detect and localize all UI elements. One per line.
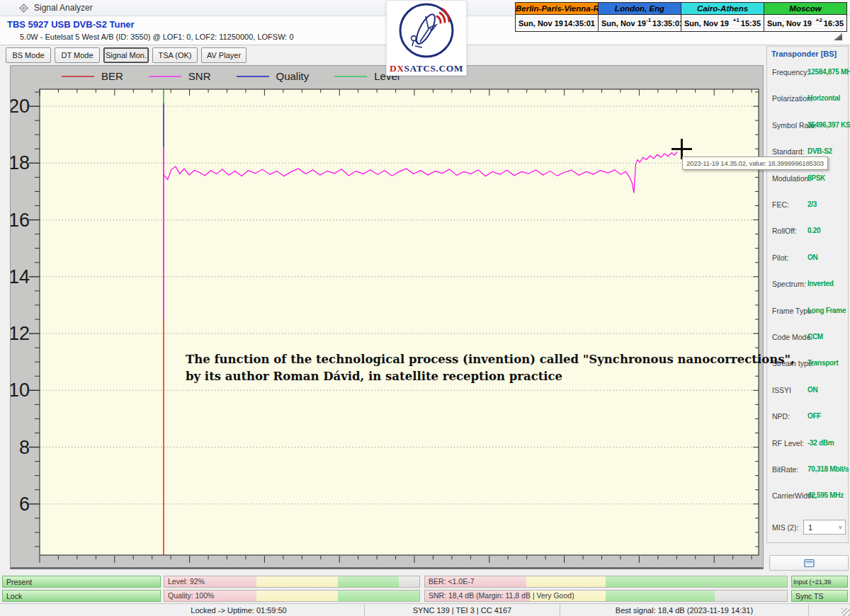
transponder-row-modulation: Modulation:8PSK <box>767 174 848 184</box>
present-indicator: Present <box>2 576 161 588</box>
panel-action-button[interactable] <box>769 555 849 571</box>
transponder-row-carrierwidth: CarrierWidth:42,595 MHz <box>767 491 848 501</box>
tray-antenna-icon <box>833 31 843 44</box>
bar-label: SNR: 18,4 dB (Margin: 11,8 dB | Very Goo… <box>429 591 574 601</box>
clock-datetime: Sun, Nov 1914:35:01 <box>516 15 598 31</box>
transponder-row-fec: FEC:2/3 <box>767 200 848 210</box>
resize-grip[interactable] <box>840 604 850 616</box>
clock-date: Sun, Nov 19 <box>684 19 729 28</box>
transponder-row-symbol-rate: Symbol Rate:35496,397 KS/s <box>767 121 848 131</box>
bar-segment-gray <box>715 591 787 601</box>
transponder-row-pilot: Pilot:ON <box>767 253 848 263</box>
clock-time: 13:35:01 <box>652 19 684 28</box>
clock-utc-offset: -1 <box>646 17 651 23</box>
clock-city-header: London, Eng <box>599 3 681 15</box>
bar-segment-yellow <box>526 576 606 587</box>
svg-text:10: 10 <box>11 380 30 401</box>
bar-segment-yellow <box>256 591 338 601</box>
legend-item-quality: Quality <box>237 70 310 82</box>
tab-bar: BS ModeDT ModeSignal Mon.TSA (OK)AV Play… <box>6 47 246 63</box>
bar-label: Quality: 100% <box>168 591 214 601</box>
mis-select[interactable]: 1 ˅ <box>803 520 846 535</box>
row-label: Code Mode: <box>772 333 812 341</box>
clock-datetime: Sun, Nov 19-113:35:01 <box>599 15 681 31</box>
transponder-row-npd: NPD:OFF <box>767 412 848 422</box>
row-value: 0.20 <box>808 227 820 234</box>
clock-city-header: Berlin-Paris-Vienna-Roma <box>516 3 598 15</box>
chevron-down-icon: ˅ <box>839 524 842 531</box>
mis-label: MIS (2): <box>772 523 798 532</box>
signal-analyzer-window: Signal Analyzer TBS 5927 USB DVB-S2 Tune… <box>0 0 850 616</box>
row-label: Modulation: <box>772 174 810 183</box>
clock-datetime: Sun, Nov 19+115:35 <box>681 15 764 31</box>
status-sync: SYNC 139 | TEI 3 | CC 4167 <box>365 604 560 616</box>
transponder-row-bitrate: BitRate:70,318 Mbit/s <box>767 465 848 475</box>
transponder-panel: Transponder [BS] Frequency:12584,875 MHz… <box>766 46 849 543</box>
row-label: BitRate: <box>772 465 798 474</box>
row-label: Standard: <box>772 147 805 156</box>
annotation-line1: The function of the technological proces… <box>186 351 795 368</box>
clock-utc-offset: +1 <box>733 17 740 23</box>
clock-date: Sun, Nov 19 <box>518 19 563 28</box>
sync-ts-indicator: Sync TS <box>791 590 848 602</box>
row-label: FEC: <box>772 200 789 209</box>
clock-3: MoscowSun, Nov 19+216:35 <box>764 3 846 31</box>
transponder-row-rolloff: RollOff:0.20 <box>767 227 848 236</box>
tab-tsa-ok[interactable]: TSA (OK) <box>152 47 198 63</box>
signal-chart-plot[interactable]: 68101214161820 <box>11 66 763 567</box>
clock-time: 16:35 <box>824 19 844 28</box>
transponder-row-spectrum: Spectrum:Inverted <box>767 280 848 290</box>
signal-chart-panel: BERSNRQualityLevel 68101214161820 <box>10 65 764 569</box>
legend-item-ber: BER <box>62 70 123 82</box>
row-value: Transport <box>808 359 838 367</box>
transponder-row-rf-level: RF Level:-32 dBm <box>767 439 848 449</box>
status-uptime: Locked -> Uptime: 01:59:50 <box>0 604 365 616</box>
clock-2: Cairo-AthensSun, Nov 19+115:35 <box>681 3 764 31</box>
bar-segment-gray <box>399 576 419 587</box>
row-value: ON <box>808 386 817 394</box>
quality-bar: Quality: 100% <box>164 590 420 602</box>
svg-text:12: 12 <box>11 323 30 344</box>
legend-item-snr: SNR <box>149 70 211 82</box>
row-value: Horizontal <box>808 94 840 102</box>
tab-bs-mode[interactable]: BS Mode <box>6 47 51 63</box>
row-value: 2/3 <box>808 200 817 208</box>
clock-time: 14:35:01 <box>564 19 595 28</box>
row-value: 42,595 MHz <box>808 491 844 499</box>
tab-dt-mode[interactable]: DT Mode <box>55 47 100 63</box>
transponder-row-frequency: Frequency:12584,875 MHz <box>767 68 848 78</box>
ber-bar: BER: <1.0E-7 <box>424 576 788 588</box>
level-bar: Level: 92% <box>164 576 420 588</box>
row-value: ON <box>808 253 817 261</box>
annotation-line2: by its author Roman Dávid, in satellite … <box>186 368 795 385</box>
status-filler <box>809 604 840 616</box>
svg-text:6: 6 <box>19 494 30 515</box>
tuner-subtitle: 5.0W - Eutelsat 5 West A/B (ID: 3550) @ … <box>20 33 294 41</box>
tab-signal-mon[interactable]: Signal Mon. <box>103 47 149 63</box>
mis-selected-value: 1 <box>808 523 812 532</box>
row-label: Pilot: <box>772 253 788 262</box>
transponder-panel-title: Transponder [BS] <box>771 50 837 58</box>
row-label: Frequency: <box>772 68 810 76</box>
legend-label: Quality <box>276 70 310 82</box>
svg-text:16: 16 <box>11 210 30 231</box>
bar-segment-green <box>606 591 714 601</box>
chart-annotation: The function of the technological proces… <box>186 351 795 384</box>
world-clock-panel: Berlin-Paris-Vienna-RomaSun, Nov 1914:35… <box>515 2 847 32</box>
clock-datetime: Sun, Nov 19+216:35 <box>764 15 846 31</box>
clock-city-header: Moscow <box>764 3 846 15</box>
clock-1: London, EngSun, Nov 19-113:35:01 <box>599 3 681 31</box>
bar-segment-green <box>338 591 419 601</box>
datapoint-tooltip: 2023-11-19 14.35.02, value: 18,399999618… <box>682 156 828 170</box>
tab-av-player[interactable]: AV Player <box>201 47 246 63</box>
transponder-row-frame-type: Frame Type:Long Frame <box>767 307 848 316</box>
row-value: Long Frame <box>808 307 846 314</box>
bar-segment-green <box>338 576 399 587</box>
transponder-row-code-mode: Code Mode:CCM <box>767 333 848 343</box>
transponder-row-issyi: ISSYION <box>767 386 848 396</box>
legend-swatch <box>334 76 367 77</box>
legend-swatch <box>149 76 181 77</box>
bar-label: BER: <1.0E-7 <box>429 576 475 587</box>
tuner-title: TBS 5927 USB DVB-S2 Tuner <box>7 19 135 30</box>
row-value: -32 dBm <box>808 439 834 447</box>
